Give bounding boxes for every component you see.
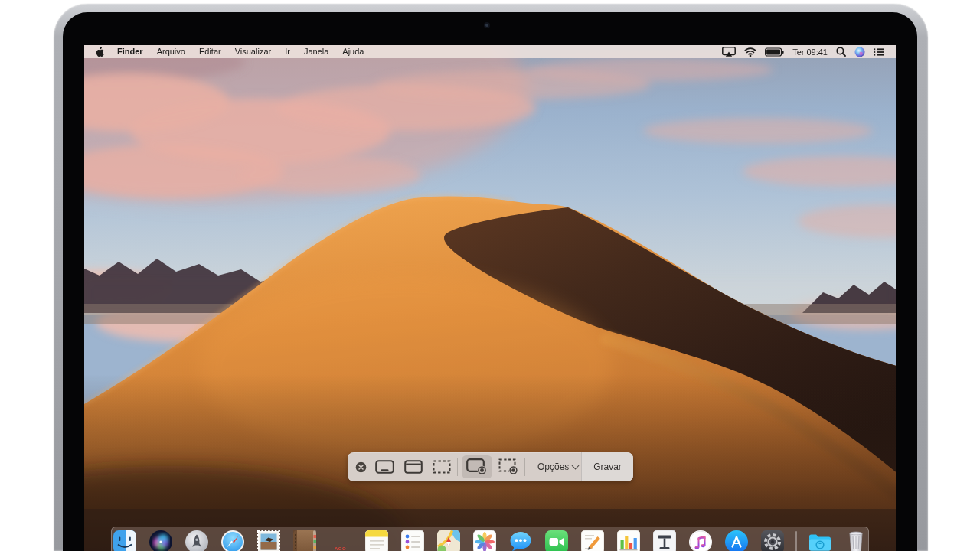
record-selected-portion-button[interactable]	[495, 454, 523, 480]
capture-selection-icon	[433, 460, 451, 474]
options-label: Opções	[537, 461, 569, 472]
facetime-camera	[484, 22, 490, 28]
dock-reminders-icon[interactable]	[400, 530, 426, 551]
screen: Finder Arquivo Editar Visualizar Ir Jane…	[84, 45, 896, 551]
dock-pages-icon[interactable]	[580, 530, 606, 551]
dock-app-store-icon[interactable]	[724, 530, 750, 551]
chevron-down-icon	[572, 462, 580, 470]
menu-item-janela[interactable]: Janela	[297, 45, 335, 58]
dock-finder-icon[interactable]	[112, 530, 138, 551]
toolbar-separator	[457, 458, 458, 476]
options-button[interactable]: Opções	[527, 454, 586, 480]
capture-selected-window-button[interactable]	[399, 454, 427, 480]
screenshot-toolbar: Opções Gravar	[348, 452, 633, 481]
dock-separator	[795, 531, 797, 551]
battery-icon[interactable]	[765, 47, 784, 57]
dock-facetime-icon[interactable]	[544, 530, 570, 551]
menu-bar: Finder Arquivo Editar Visualizar Ir Jane…	[84, 45, 896, 58]
dock: AGO 20	[111, 527, 869, 551]
menu-item-editar[interactable]: Editar	[192, 45, 228, 58]
apple-logo-icon	[96, 47, 104, 57]
menu-item-ajuda[interactable]: Ajuda	[335, 45, 371, 58]
dock-numbers-icon[interactable]	[616, 530, 642, 551]
capture-window-icon	[404, 460, 423, 474]
record-entire-screen-button[interactable]	[462, 455, 492, 478]
close-icon	[355, 461, 367, 473]
toolbar-separator	[524, 458, 525, 476]
dock-maps-icon[interactable]	[436, 530, 462, 551]
dock-safari-icon[interactable]	[220, 530, 246, 551]
record-screen-icon	[466, 458, 488, 475]
dock-itunes-icon[interactable]	[688, 530, 714, 551]
dock-system-preferences-icon[interactable]	[760, 530, 786, 551]
screen-mirroring-icon[interactable]	[722, 47, 736, 57]
dock-trash-icon[interactable]	[843, 530, 869, 551]
apple-menu[interactable]	[84, 45, 110, 58]
notification-center-icon[interactable]	[874, 47, 884, 57]
record-button[interactable]: Gravar	[581, 452, 633, 481]
dock-siri-icon[interactable]	[148, 530, 174, 551]
menu-item-finder[interactable]: Finder	[110, 45, 150, 58]
menu-bar-status-area: Ter 09:41	[722, 47, 896, 57]
record-label: Gravar	[593, 461, 622, 472]
close-button[interactable]	[351, 454, 371, 480]
wifi-icon[interactable]	[744, 47, 756, 57]
menu-bar-clock[interactable]: Ter 09:41	[792, 47, 828, 57]
dock-photos-icon[interactable]	[472, 530, 498, 551]
dock-calendar-icon[interactable]: AGO 20	[328, 530, 354, 551]
calendar-month: AGO	[328, 546, 354, 551]
menu-item-ir[interactable]: Ir	[278, 45, 297, 58]
dock-contacts-icon[interactable]	[292, 530, 318, 551]
menu-item-visualizar[interactable]: Visualizar	[228, 45, 279, 58]
dock-notes-icon[interactable]	[364, 530, 390, 551]
dock-messages-icon[interactable]	[508, 530, 534, 551]
dock-downloads-folder-icon[interactable]	[807, 530, 833, 551]
dock-keynote-icon[interactable]	[652, 530, 678, 551]
dock-mail-icon[interactable]	[256, 530, 282, 551]
capture-screen-icon	[375, 460, 394, 474]
spotlight-search-icon[interactable]	[836, 47, 846, 57]
dock-launchpad-icon[interactable]	[184, 530, 210, 551]
menu-item-arquivo[interactable]: Arquivo	[150, 45, 192, 58]
capture-entire-screen-button[interactable]	[371, 454, 399, 480]
siri-icon[interactable]	[854, 47, 865, 57]
capture-selected-portion-button[interactable]	[427, 454, 456, 480]
record-selection-icon	[498, 458, 520, 475]
